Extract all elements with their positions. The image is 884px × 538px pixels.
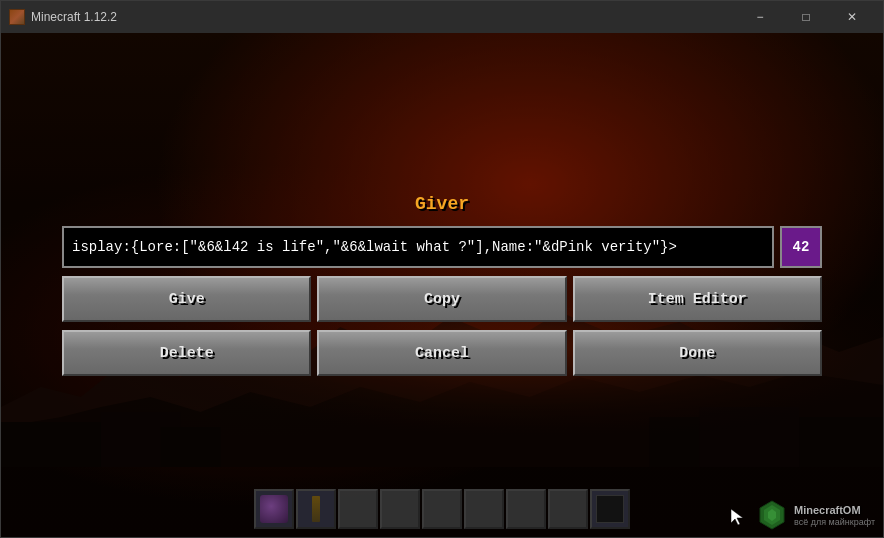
give-button[interactable]: Give xyxy=(62,276,311,322)
command-input-row: 42 xyxy=(62,226,822,268)
giver-dialog: Giver 42 Give Copy Item Editor Delete Ca… xyxy=(62,194,822,376)
delete-button[interactable]: Delete xyxy=(62,330,311,376)
done-button[interactable]: Done xyxy=(573,330,822,376)
minimize-button[interactable]: − xyxy=(737,1,783,33)
game-area: MinecraftOM всё для майнкрафт Giver 42 G… xyxy=(1,33,883,537)
window-controls: − □ ✕ xyxy=(737,1,875,33)
item-editor-button[interactable]: Item Editor xyxy=(573,276,822,322)
button-row-1: Give Copy Item Editor xyxy=(62,276,822,322)
cancel-button[interactable]: Cancel xyxy=(317,330,566,376)
dialog-overlay: Giver 42 Give Copy Item Editor Delete Ca… xyxy=(1,33,883,537)
maximize-button[interactable]: □ xyxy=(783,1,829,33)
copy-button[interactable]: Copy xyxy=(317,276,566,322)
title-bar: Minecraft 1.12.2 − □ ✕ xyxy=(1,1,883,33)
level-badge: 42 xyxy=(780,226,822,268)
command-input[interactable] xyxy=(62,226,774,268)
app-icon xyxy=(9,9,25,25)
button-row-2: Delete Cancel Done xyxy=(62,330,822,376)
window-title: Minecraft 1.12.2 xyxy=(31,10,737,24)
main-window: Minecraft 1.12.2 − □ ✕ xyxy=(0,0,884,538)
close-button[interactable]: ✕ xyxy=(829,1,875,33)
dialog-title: Giver xyxy=(415,194,469,214)
